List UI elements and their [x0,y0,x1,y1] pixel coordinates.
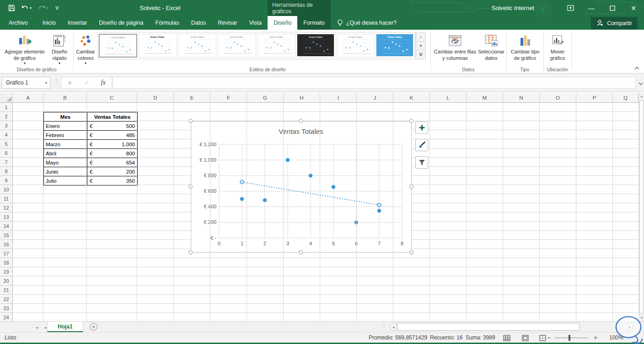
chart-style-thumbnail-2[interactable]: Ventas Totales [139,34,177,58]
cell-ventas[interactable]: €654 [87,158,138,167]
row-header-11[interactable]: 11 [0,194,13,203]
insert-function-button[interactable]: fx [101,79,106,86]
column-header-O[interactable]: O [540,93,576,103]
chart-style-thumbnail-7[interactable]: Ventas Totales [337,34,375,58]
account-name[interactable]: Solvetic Internet [492,0,534,16]
zoom-in-button[interactable]: + [594,334,597,341]
row-header-2[interactable]: 2 [0,112,13,121]
tab-bar-splitter[interactable]: ⋮ [381,323,386,329]
move-chart-button[interactable]: Mover gráfico [545,32,570,65]
add-chart-element-button[interactable]: Agregar elemento de gráfico ▾ [2,32,48,65]
vertical-scrollbar[interactable]: ▲ ▼ [639,93,644,321]
name-box[interactable]: Gráfico 1 ▾ [2,77,50,89]
tab-formulas[interactable]: Fórmulas [150,16,185,30]
table-header-ventas[interactable]: Ventas Totales [87,112,138,122]
column-header-A[interactable]: A [13,93,43,103]
status-sum[interactable]: Suma: 3989 [466,334,495,341]
column-header-G[interactable]: G [247,93,284,103]
column-header-F[interactable]: F [210,93,247,103]
row-header-15[interactable]: 15 [0,231,13,240]
cancel-entry-icon[interactable]: ✕ [67,79,72,86]
tab-insertar[interactable]: Insertar [62,16,93,30]
row-header-3[interactable]: 3 [0,121,13,130]
row-header-14[interactable]: 14 [0,222,13,231]
cell-ventas[interactable]: €800 [87,149,138,158]
tab-diseno-de-pagina[interactable]: Diseño de página [93,16,149,30]
gallery-scroll-down-button[interactable]: ▼ [416,42,426,51]
zoom-out-button[interactable]: − [547,334,551,341]
chart-resize-handle[interactable] [299,119,303,123]
page-layout-view-button[interactable] [520,334,531,342]
chart-style-thumbnail-5[interactable]: Ventas Totales [258,34,296,58]
quick-layout-button[interactable]: Diseño rápido ▾ [48,32,71,65]
row-header-21[interactable]: 21 [0,286,13,295]
row-header-16[interactable]: 16 [0,240,13,249]
cell-ventas[interactable]: €500 [87,122,138,131]
chart-style-thumbnail-8[interactable]: Ventas Totales [376,34,414,58]
column-header-C[interactable]: C [87,93,137,103]
row-header-9[interactable]: 9 [0,176,13,185]
change-colors-button[interactable]: Cambiar colores ▾ [75,32,97,65]
save-icon[interactable] [8,5,15,11]
close-button[interactable]: ✕ [623,0,644,16]
redo-button[interactable]: ▾ [38,5,48,11]
cell-mes[interactable]: Abril [44,149,87,158]
scroll-right-icon[interactable]: ▸ [627,323,633,331]
row-header-13[interactable]: 13 [0,212,13,222]
customize-qat-button[interactable] [54,5,60,11]
normal-view-button[interactable] [501,334,512,342]
undo-button[interactable]: ▾ [21,5,32,11]
cell-mes[interactable]: Julio [44,176,87,185]
column-header-M[interactable]: M [467,93,503,103]
column-header-H[interactable]: H [284,93,320,103]
zoom-slider-thumb[interactable] [569,335,570,341]
scroll-down-icon[interactable]: ▼ [639,314,644,321]
column-header-I[interactable]: I [320,93,357,103]
confirm-entry-icon[interactable]: ✓ [84,79,89,86]
scroll-left-icon[interactable]: ◂ [390,323,397,331]
chart-resize-handle[interactable] [188,185,193,189]
undo-caret-icon[interactable]: ▾ [30,6,32,10]
chart-style-thumbnail-6[interactable]: Ventas Totales [297,34,335,58]
chart-elements-button[interactable] [415,122,428,134]
row-header-24[interactable]: 24 [0,313,13,321]
row-header-7[interactable]: 7 [0,158,13,167]
tab-datos[interactable]: Datos [185,16,212,30]
chart-resize-handle[interactable] [409,119,413,123]
chart-style-thumbnail-1[interactable]: Ventas Totales [99,34,137,58]
column-header-Q[interactable]: Q [613,93,639,103]
sheet-tab-hoja1[interactable]: Hoja1 [47,322,83,332]
switch-row-column-button[interactable]: Cambiar entre filas y columnas [433,32,477,65]
zoom-percentage[interactable]: 100% [609,334,623,341]
cell-mes[interactable]: Mayo [44,158,87,167]
data-table[interactable]: MesVentas TotalesEnero€500Febrero€485Mar… [43,112,138,185]
formula-bar-expand-icon[interactable] [639,79,643,87]
row-header-19[interactable]: 19 [0,267,13,276]
chart-resize-handle[interactable] [188,250,193,254]
formula-input[interactable] [113,77,636,89]
cell-ventas[interactable]: €1.000 [87,140,138,149]
column-header-B[interactable]: B [43,93,87,103]
name-box-caret-icon[interactable]: ▾ [45,81,50,85]
column-header-K[interactable]: K [393,93,430,103]
column-header-L[interactable]: L [430,93,467,103]
select-data-button[interactable]: Seleccionar datos [477,32,505,65]
tab-vista[interactable]: Vista [243,16,268,30]
status-average[interactable]: Promedio: 569,8571429 [369,334,427,341]
column-header-P[interactable]: P [576,93,613,103]
cell-mes[interactable]: Marzo [44,140,87,149]
chart-object[interactable]: Ventas Totales012345678€ 1.200€ 1.000€ 8… [191,121,412,253]
row-header-1[interactable]: 1 [0,103,13,112]
gallery-scroll-up-button[interactable]: ▲ [416,32,426,42]
column-header-N[interactable]: N [503,93,540,103]
zoom-slider-track[interactable] [554,338,588,338]
gallery-more-button[interactable] [416,50,426,59]
collapse-ribbon-button[interactable] [633,65,640,71]
row-header-8[interactable]: 8 [0,167,13,176]
row-header-22[interactable]: 22 [0,295,13,304]
horizontal-scrollbar[interactable]: ◂ ▸ [390,323,634,331]
new-sheet-button[interactable]: + [90,323,97,331]
chart-resize-handle[interactable] [299,250,303,254]
chart-styles-button[interactable] [415,139,428,151]
row-header-10[interactable]: 10 [0,185,13,194]
